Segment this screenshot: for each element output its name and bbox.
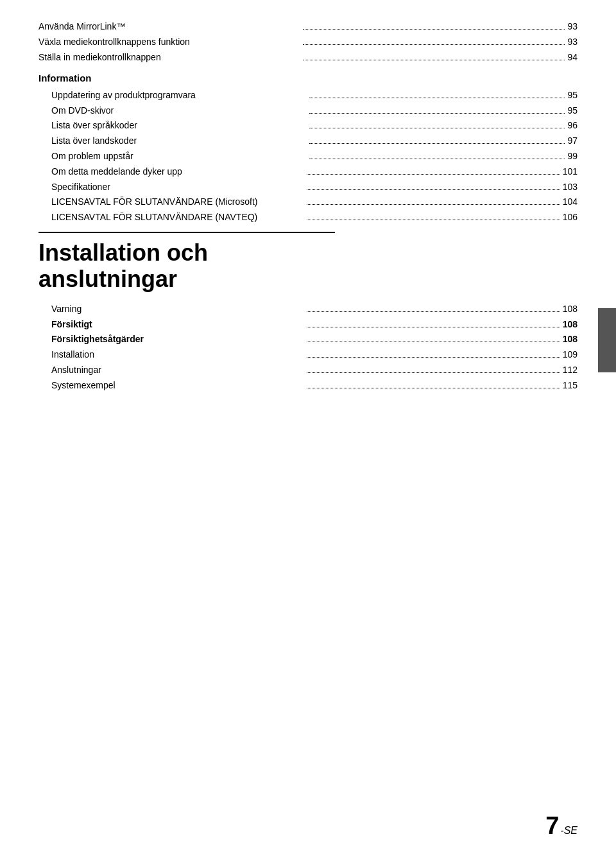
toc-row-vaxla: Växla mediekontrollknappens funktion 93 bbox=[38, 35, 578, 50]
toc-row-meddelande: Om detta meddelande dyker upp 101 bbox=[38, 164, 578, 180]
toc-page: 108 bbox=[563, 302, 578, 317]
toc-dots bbox=[307, 311, 560, 312]
toc-row-uppdatering: Uppdatering av produktprogramvara 95 bbox=[38, 88, 578, 103]
toc-dots bbox=[303, 44, 565, 45]
toc-page: 108 bbox=[563, 317, 578, 333]
toc-dots bbox=[307, 189, 560, 190]
toc-dots bbox=[303, 60, 565, 60]
toc-row-problem: Om problem uppstår 99 bbox=[38, 149, 578, 164]
toc-top-entries: Använda MirrorLink™ 93 Växla mediekontro… bbox=[38, 19, 578, 65]
toc-row-anslutningar: Anslutningar 112 bbox=[38, 363, 578, 378]
toc-page: 94 bbox=[567, 50, 578, 65]
toc-title: Specifikationer bbox=[51, 180, 304, 195]
toc-row-spec: Specifikationer 103 bbox=[38, 180, 578, 195]
section-installation-title: Installation ochanslutningar bbox=[38, 239, 578, 293]
toc-title: Växla mediekontrollknappens funktion bbox=[38, 35, 300, 50]
toc-row-license-nav: LICENSAVTAL FÖR SLUTANVÄNDARE (NAVTEQ) 1… bbox=[38, 210, 578, 225]
toc-title: Varning bbox=[51, 302, 304, 317]
toc-page: 115 bbox=[563, 378, 578, 394]
toc-title: Använda MirrorLink™ bbox=[38, 19, 300, 35]
toc-row-dvd: Om DVD-skivor 95 bbox=[38, 103, 578, 119]
toc-title: Om DVD-skivor bbox=[51, 103, 307, 119]
section-divider bbox=[38, 232, 335, 233]
toc-title: Ställa in mediekontrollknappen bbox=[38, 50, 300, 65]
toc-page: 95 bbox=[567, 103, 578, 119]
page-number: 7 bbox=[545, 812, 559, 840]
toc-title: Om detta meddelande dyker upp bbox=[51, 164, 304, 180]
toc-row-forsiktigt: Försiktigt 108 bbox=[38, 317, 578, 333]
toc-row-mirrorlink: Använda MirrorLink™ 93 bbox=[38, 19, 578, 35]
toc-page: 97 bbox=[567, 134, 578, 149]
toc-page: 109 bbox=[563, 347, 578, 363]
toc-page: 106 bbox=[563, 210, 578, 225]
toc-page: 103 bbox=[563, 180, 578, 195]
toc-dots bbox=[309, 159, 565, 159]
toc-dots bbox=[309, 98, 565, 98]
toc-title: Lista över landskoder bbox=[51, 134, 307, 149]
toc-dots bbox=[309, 143, 565, 144]
toc-title: Om problem uppstår bbox=[51, 149, 307, 164]
toc-dots bbox=[309, 128, 565, 128]
toc-information-entries: Uppdatering av produktprogramvara 95 Om … bbox=[38, 88, 578, 225]
toc-row-license-ms: LICENSAVTAL FÖR SLUTANVÄNDARE (Microsoft… bbox=[38, 195, 578, 210]
toc-page: 93 bbox=[567, 35, 578, 50]
toc-title: Lista över språkkoder bbox=[51, 118, 307, 134]
toc-row-landskoder: Lista över landskoder 97 bbox=[38, 134, 578, 149]
toc-dots bbox=[307, 342, 560, 342]
toc-installation-entries: Varning 108 Försiktigt 108 Försiktighets… bbox=[38, 302, 578, 394]
toc-row-stalla: Ställa in mediekontrollknappen 94 bbox=[38, 50, 578, 65]
toc-title: Installation bbox=[51, 347, 304, 363]
toc-title: Anslutningar bbox=[51, 363, 304, 378]
toc-row-systemexempel: Systemexempel 115 bbox=[38, 378, 578, 394]
toc-page: 101 bbox=[563, 164, 578, 180]
page-number-container: 7 -SE bbox=[545, 812, 578, 840]
toc-row-sprakkoder: Lista över språkkoder 96 bbox=[38, 118, 578, 134]
section-information-heading: Information bbox=[38, 70, 578, 87]
toc-row-installation: Installation 109 bbox=[38, 347, 578, 363]
toc-page: 112 bbox=[563, 363, 578, 378]
toc-dots bbox=[307, 174, 560, 175]
toc-dots bbox=[307, 357, 560, 358]
toc-dots bbox=[307, 327, 560, 327]
toc-row-varning: Varning 108 bbox=[38, 302, 578, 317]
toc-dots bbox=[307, 372, 560, 373]
toc-title: Försiktighetsåtgärder bbox=[51, 332, 304, 347]
toc-page: 104 bbox=[563, 195, 578, 210]
page-container: Använda MirrorLink™ 93 Växla mediekontro… bbox=[0, 0, 616, 859]
toc-page: 93 bbox=[567, 19, 578, 35]
toc-dots bbox=[307, 204, 560, 205]
toc-dots bbox=[307, 388, 560, 388]
toc-title: Systemexempel bbox=[51, 378, 304, 394]
toc-dots bbox=[303, 29, 565, 30]
toc-title: Uppdatering av produktprogramvara bbox=[51, 88, 307, 103]
toc-title: Försiktigt bbox=[51, 317, 304, 333]
toc-row-forsiktighets: Försiktighetsåtgärder 108 bbox=[38, 332, 578, 347]
toc-page: 96 bbox=[567, 118, 578, 134]
toc-title: LICENSAVTAL FÖR SLUTANVÄNDARE (NAVTEQ) bbox=[51, 210, 304, 225]
toc-page: 108 bbox=[563, 332, 578, 347]
toc-page: 99 bbox=[567, 149, 578, 164]
toc-title: LICENSAVTAL FÖR SLUTANVÄNDARE (Microsoft… bbox=[51, 195, 304, 210]
toc-page: 95 bbox=[567, 88, 578, 103]
toc-dots bbox=[307, 220, 560, 220]
page-number-suffix: -SE bbox=[560, 825, 578, 837]
toc-dots bbox=[309, 113, 565, 114]
right-tab bbox=[598, 308, 616, 372]
